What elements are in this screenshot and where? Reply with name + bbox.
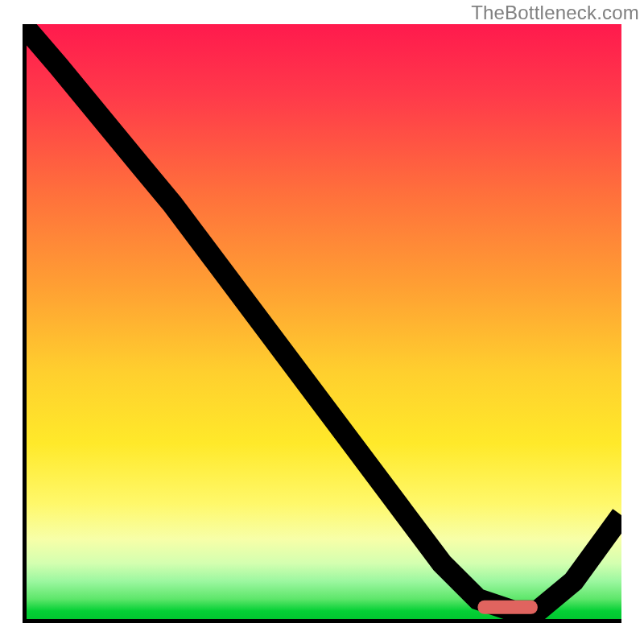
bottleneck-curve: [23, 24, 621, 611]
plot-area: [23, 24, 621, 623]
curve-layer: [23, 24, 621, 623]
chart-container: TheBottleneck.com: [0, 0, 644, 644]
optimal-marker: [477, 601, 537, 614]
watermark-text: TheBottleneck.com: [471, 2, 639, 24]
